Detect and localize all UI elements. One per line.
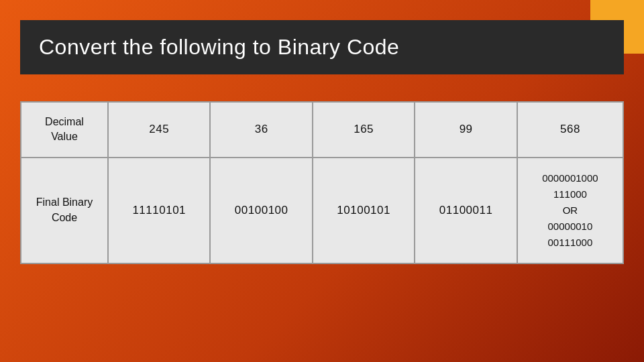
- binary-cell-3: 10100101: [313, 158, 415, 263]
- binary-cell-5: 0000001000111000OR0000001000111000: [517, 158, 623, 263]
- decimal-cell-3: 165: [313, 102, 415, 158]
- decimal-label: DecimalValue: [21, 102, 108, 158]
- binary-cell-4: 01100011: [415, 158, 517, 263]
- decimal-cell-1: 245: [108, 102, 210, 158]
- table-container: DecimalValue 245 36 165 99 568 Final Bin…: [20, 101, 624, 264]
- decimal-cell-2: 36: [210, 102, 312, 158]
- decimal-cell-4: 99: [415, 102, 517, 158]
- binary-cell-2: 00100100: [210, 158, 312, 263]
- header-bar: Convert the following to Binary Code: [20, 20, 624, 74]
- decimal-row: DecimalValue 245 36 165 99 568: [21, 102, 623, 158]
- binary-label: Final BinaryCode: [21, 158, 108, 263]
- binary-row: Final BinaryCode 11110101 00100100 10100…: [21, 158, 623, 263]
- binary-cell-1: 11110101: [108, 158, 210, 263]
- decimal-cell-5: 568: [517, 102, 623, 158]
- page-title: Convert the following to Binary Code: [39, 35, 399, 59]
- conversion-table: DecimalValue 245 36 165 99 568 Final Bin…: [20, 101, 624, 264]
